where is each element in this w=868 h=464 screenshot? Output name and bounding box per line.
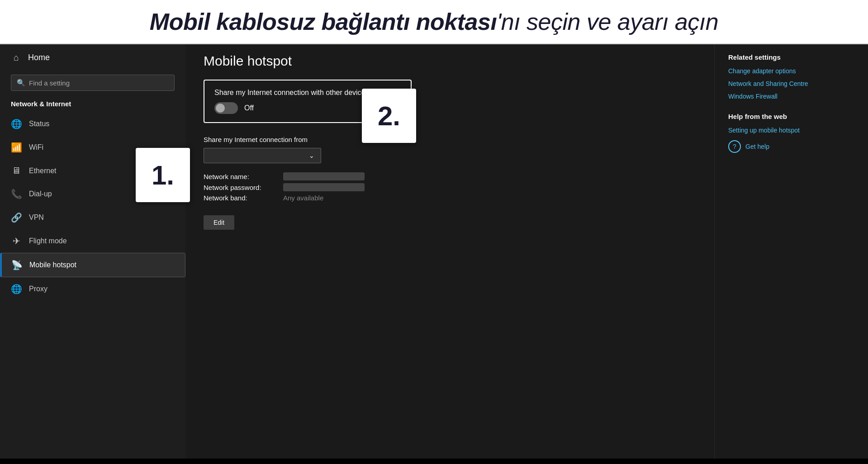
get-help-row[interactable]: ? Get help [728, 140, 854, 153]
share-card-wrapper: Share my Internet connection with other … [204, 80, 412, 136]
hotspot-label: Mobile hotspot [29, 261, 76, 269]
network-band-label: Network band: [204, 194, 276, 202]
vpn-icon: 🔗 [11, 212, 22, 223]
search-placeholder: Find a setting [29, 79, 70, 87]
flightmode-icon: ✈ [11, 236, 22, 246]
network-name-value [283, 172, 365, 180]
network-password-value [283, 183, 365, 191]
content-area: Mobile hotspot Share my Internet connect… [185, 44, 714, 459]
toggle-knob [216, 104, 225, 113]
share-from-label: Share my Internet connection from [204, 136, 692, 143]
network-name-row: Network name: [204, 172, 692, 180]
top-banner: Mobil kablosuz bağlantı noktası'nı seçin… [0, 0, 868, 44]
status-icon: 🌐 [11, 118, 22, 129]
home-label: Home [28, 53, 50, 62]
vpn-row-wrapper: 🔗 VPN 1. [0, 206, 185, 229]
toggle-state-label: Off [244, 104, 254, 112]
network-band-row: Network band: Any available [204, 194, 692, 202]
home-icon: ⌂ [11, 52, 22, 63]
help-question-icon: ? [733, 143, 736, 150]
step2-badge: 2. [362, 89, 416, 143]
step1-badge: 1. [136, 148, 190, 202]
banner-bold-text: Mobil kablosuz bağlantı noktası [150, 9, 497, 35]
vpn-label: VPN [29, 213, 44, 222]
dropdown-arrow-icon: ⌄ [309, 152, 314, 159]
wifi-label: WiFi [29, 143, 43, 152]
right-panel: Related settings Change adapter options … [714, 44, 868, 459]
setup-hotspot-link[interactable]: Setting up mobile hotspot [728, 127, 854, 134]
dialup-label: Dial-up [29, 190, 52, 198]
sidebar-item-home[interactable]: ⌂ Home [0, 44, 185, 71]
search-box[interactable]: 🔍 Find a setting [11, 75, 175, 91]
windows-firewall-link[interactable]: Windows Firewall [728, 93, 854, 100]
network-password-label: Network password: [204, 184, 276, 191]
related-settings-title: Related settings [728, 53, 854, 61]
network-band-value: Any available [283, 194, 323, 202]
hotspot-icon: 📡 [11, 260, 22, 270]
flightmode-label: Flight mode [29, 237, 67, 245]
page-title: Mobile hotspot [204, 53, 692, 69]
dialup-icon: 📞 [11, 189, 22, 199]
proxy-icon: 🌐 [11, 284, 22, 294]
network-password-row: Network password: [204, 183, 692, 191]
change-adapter-link[interactable]: Change adapter options [728, 67, 854, 75]
section-label: Network & Internet [0, 97, 185, 112]
sidebar-item-flightmode[interactable]: ✈ Flight mode [0, 229, 185, 253]
wifi-icon: 📶 [11, 142, 22, 153]
network-name-label: Network name: [204, 173, 276, 180]
help-web-title: Help from the web [728, 113, 854, 120]
get-help-icon: ? [728, 140, 741, 153]
main-area: ⌂ Home 🔍 Find a setting Network & Intern… [0, 44, 868, 459]
sidebar-item-mobilehotspot[interactable]: 📡 Mobile hotspot [0, 253, 185, 277]
network-sharing-link[interactable]: Network and Sharing Centre [728, 80, 854, 87]
network-info: Network name: Network password: Network … [204, 172, 692, 202]
search-icon: 🔍 [17, 79, 25, 87]
banner-regular-text: 'nı seçin ve ayarı açın [497, 9, 718, 35]
proxy-label: Proxy [29, 285, 47, 293]
status-label: Status [29, 120, 49, 128]
edit-button[interactable]: Edit [204, 215, 234, 230]
ethernet-icon: 🖥 [11, 166, 22, 176]
share-from-section: Share my Internet connection from ⌄ [204, 136, 692, 163]
share-toggle[interactable] [214, 102, 238, 114]
share-from-dropdown[interactable]: ⌄ [204, 148, 321, 163]
sidebar: ⌂ Home 🔍 Find a setting Network & Intern… [0, 44, 185, 459]
get-help-label: Get help [745, 143, 769, 150]
sidebar-item-status[interactable]: 🌐 Status [0, 112, 185, 136]
sidebar-item-proxy[interactable]: 🌐 Proxy [0, 277, 185, 301]
sidebar-item-vpn[interactable]: 🔗 VPN [0, 206, 185, 229]
ethernet-label: Ethernet [29, 167, 56, 175]
